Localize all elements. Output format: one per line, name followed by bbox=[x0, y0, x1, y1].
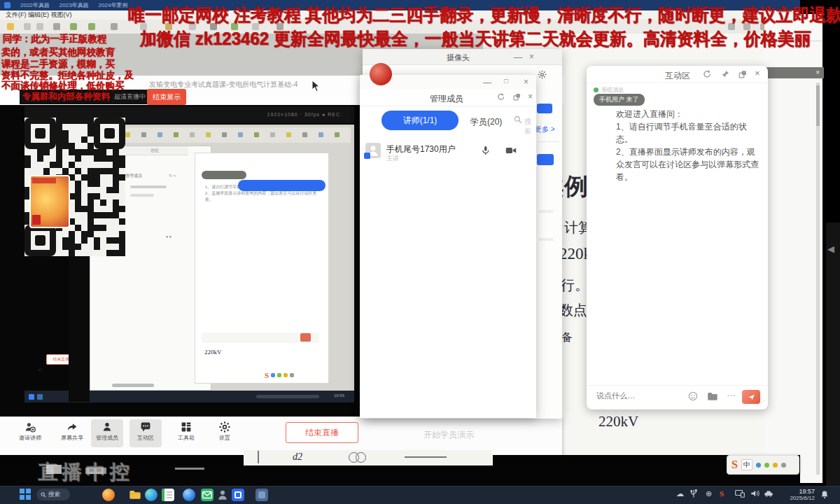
toolbar-settings-button[interactable]: 设置 bbox=[209, 419, 241, 447]
collapse-panel-arrow-icon[interactable]: ◀ bbox=[827, 244, 834, 254]
member-panel-title: 管理成员 bbox=[430, 93, 463, 105]
mic-icon[interactable] bbox=[480, 145, 491, 156]
toolbar-label: 工具箱 bbox=[170, 434, 202, 442]
file-explorer-icon[interactable] bbox=[129, 489, 141, 501]
cast-screen-tray-icon[interactable] bbox=[735, 489, 745, 498]
clock-time: 19:57 bbox=[776, 488, 815, 495]
taskbar-app-icon[interactable] bbox=[232, 489, 244, 501]
dock-icon bbox=[781, 463, 786, 468]
pdf-tab[interactable]: 2023年真题 bbox=[59, 1, 89, 9]
nested-text-bar bbox=[130, 186, 167, 188]
notification-bell-icon[interactable] bbox=[820, 490, 829, 499]
chat-window: 互动区 × 系统消息 手机用户 来了 欢迎进入直播间： 1、请自行调节手机音量至… bbox=[587, 66, 768, 410]
toolbar-members-button[interactable]: 管理成员 bbox=[91, 419, 123, 447]
nested-mic-icons: ♦ ♦ bbox=[166, 234, 172, 239]
chat-input[interactable] bbox=[595, 391, 682, 400]
resize-handle[interactable]: ⋰ bbox=[759, 399, 765, 406]
camera-icon[interactable] bbox=[505, 146, 517, 155]
search-icon bbox=[41, 492, 46, 498]
taskbar-app-icon[interactable] bbox=[102, 489, 115, 501]
cloud-tray-icon[interactable]: ☁ bbox=[676, 489, 684, 498]
start-demo-button[interactable]: 开始学员演示 bbox=[424, 429, 474, 441]
doc-fragment: 备 bbox=[561, 330, 573, 345]
welcome-line: 欢迎进入直播间： bbox=[616, 108, 763, 120]
pin-icon[interactable] bbox=[721, 70, 729, 78]
usb-tray-icon[interactable] bbox=[690, 489, 697, 498]
taskbar-clock[interactable]: 19:57 2025/6/12 bbox=[776, 488, 815, 502]
contacts-app-icon[interactable] bbox=[216, 489, 229, 501]
taskbar-doc-app-icon[interactable] bbox=[162, 489, 174, 501]
student-tab[interactable]: 学员(20) bbox=[470, 116, 502, 128]
divider bbox=[538, 141, 559, 142]
plus-tray-icon[interactable]: ⊕ bbox=[706, 489, 712, 498]
more-link[interactable]: 更多 > bbox=[535, 125, 555, 134]
edge-browser-icon[interactable] bbox=[145, 489, 158, 501]
chat-title: 互动区 bbox=[665, 70, 690, 82]
minimize-icon[interactable]: — bbox=[514, 53, 522, 62]
toolbar-chat-button[interactable]: 互动区 bbox=[130, 419, 162, 447]
search-placeholder[interactable]: 搜索 bbox=[524, 117, 536, 136]
maximize-icon[interactable]: □ bbox=[504, 78, 508, 85]
scrollbar-track[interactable] bbox=[816, 83, 820, 475]
camera-window-title: 摄像头 bbox=[447, 52, 470, 63]
close-icon[interactable]: × bbox=[524, 78, 528, 86]
toolbar-screenshare-button[interactable]: 屏幕共享 bbox=[56, 419, 88, 447]
taskbar-app-icon[interactable] bbox=[183, 489, 195, 501]
notice-line: 专属群和内部各种资料 bbox=[22, 91, 110, 103]
mail-app-icon[interactable] bbox=[201, 489, 214, 501]
join-badge: 手机用户 来了 bbox=[594, 94, 645, 106]
close-icon[interactable]: × bbox=[816, 69, 820, 76]
wps-logo[interactable]: S bbox=[732, 458, 738, 471]
notice-line: 不面谈传销修处理，低价购买 bbox=[1, 80, 125, 92]
speaker-tray-icon[interactable] bbox=[750, 489, 760, 498]
minimize-icon[interactable]: — bbox=[483, 78, 491, 87]
gear-icon[interactable] bbox=[538, 70, 547, 79]
side-blue-button[interactable] bbox=[537, 104, 552, 113]
popout-icon[interactable] bbox=[513, 93, 521, 101]
close-icon[interactable]: × bbox=[529, 52, 534, 61]
toolbar-invite-button[interactable]: 邀请讲师 bbox=[14, 419, 46, 447]
close-icon[interactable]: × bbox=[755, 69, 760, 78]
emoji-icon[interactable] bbox=[688, 391, 698, 401]
start-button[interactable] bbox=[20, 489, 31, 500]
taskbar-search[interactable]: 搜索 bbox=[36, 489, 70, 500]
side-blue-button[interactable] bbox=[537, 154, 554, 165]
taskbar bbox=[0, 486, 840, 504]
dock-icon bbox=[764, 463, 769, 468]
chat-input-bar: … bbox=[587, 385, 768, 410]
nested-text-bar bbox=[130, 194, 154, 197]
nested-member-title: 管理成员 bbox=[125, 173, 142, 179]
nested-voltage: 220kV bbox=[204, 349, 222, 356]
ime-mode-indicator[interactable]: 中 bbox=[741, 459, 752, 470]
refresh-icon[interactable] bbox=[703, 70, 711, 78]
member-role: 主讲 bbox=[386, 154, 399, 163]
more-icon[interactable]: … bbox=[727, 388, 736, 398]
nested-wps-bar: S bbox=[265, 371, 294, 379]
search-icon[interactable] bbox=[514, 115, 522, 124]
close-icon[interactable]: × bbox=[528, 92, 533, 101]
nested-join-badge bbox=[202, 171, 246, 179]
dock-icon bbox=[773, 463, 778, 468]
pdf-tab[interactable]: 2024年案例 bbox=[99, 1, 128, 9]
teacher-tab[interactable]: 讲师(1/1) bbox=[382, 111, 458, 130]
popout-icon[interactable] bbox=[738, 70, 747, 78]
banner-line-2: 加微信 zk123462 更新全网最快最全，一般当天讲第二天就会更新。高清资料全… bbox=[140, 27, 811, 50]
avatar bbox=[370, 63, 392, 85]
taskbar-app-icon[interactable] bbox=[255, 489, 268, 501]
scrollbar-thumb[interactable] bbox=[816, 85, 820, 126]
circuit-line bbox=[258, 451, 259, 463]
toolbar-toolbox-button[interactable]: 工具箱 bbox=[170, 419, 202, 447]
cursor-icon bbox=[311, 80, 321, 92]
image-folder-icon[interactable] bbox=[707, 391, 718, 401]
end-live-button[interactable]: 结束直播 bbox=[286, 422, 358, 443]
side-document-strip bbox=[764, 14, 822, 483]
welcome-line: 1、请自行调节手机音量至合适的状 bbox=[616, 120, 763, 133]
end-show-button[interactable]: 结束展示 bbox=[147, 89, 186, 105]
wps-tray-icon[interactable]: S bbox=[720, 489, 724, 498]
window-fragment bbox=[175, 468, 204, 470]
pdf-tab[interactable]: 2022年真题 bbox=[20, 1, 50, 9]
vehicle-tray-icon[interactable] bbox=[764, 489, 774, 498]
notice-line: 卖的，或者买其他网校教育 bbox=[1, 46, 115, 59]
send-button[interactable] bbox=[742, 390, 760, 404]
refresh-icon[interactable] bbox=[497, 93, 505, 101]
